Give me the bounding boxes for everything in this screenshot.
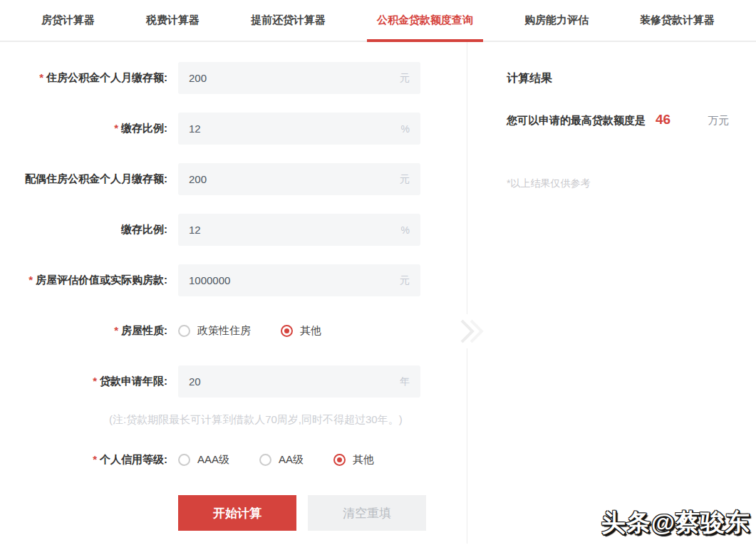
unit-wan-yuan: 万元	[708, 114, 729, 128]
result-title: 计算结果	[507, 71, 756, 86]
form-row-loan-years: *贷款申请年限: 年	[0, 365, 467, 398]
loan-years-input[interactable]	[178, 365, 420, 398]
tab-early-repayment-calculator[interactable]: 提前还贷计算器	[251, 0, 326, 41]
spouse-monthly-deposit-input-box: 元	[178, 163, 420, 195]
form-row-deposit-ratio: *缴存比例: %	[0, 113, 467, 145]
required-asterisk: *	[93, 453, 97, 465]
radio-unchecked-icon[interactable]	[259, 454, 271, 466]
unit-yuan: 元	[400, 173, 410, 186]
radio-checked-icon[interactable]	[333, 454, 346, 466]
deposit-ratio-input[interactable]	[178, 113, 420, 145]
loan-years-input-box: 年	[178, 365, 420, 398]
spouse-deposit-ratio-input[interactable]	[178, 214, 420, 246]
required-asterisk: *	[114, 122, 118, 134]
radio-unchecked-icon[interactable]	[178, 454, 190, 466]
required-asterisk: *	[93, 375, 97, 387]
calculator-tabbar: 房贷计算器 税费计算器 提前还贷计算器 公积金贷款额度查询 购房能力评估 装修贷…	[0, 0, 756, 42]
radio-option-aa[interactable]: AA级	[259, 453, 304, 467]
provident-fund-loan-calculator-page: 房贷计算器 税费计算器 提前还贷计算器 公积金贷款额度查询 购房能力评估 装修贷…	[0, 0, 756, 545]
tab-provident-fund-loan-query[interactable]: 公积金贷款额度查询	[377, 0, 473, 41]
result-label: 您可以申请的最高贷款额度是	[507, 114, 646, 128]
reset-button[interactable]: 清空重填	[308, 495, 426, 531]
tab-mortgage-calculator[interactable]: 房贷计算器	[41, 0, 95, 41]
required-asterisk: *	[39, 71, 43, 83]
spouse-deposit-ratio-input-box: %	[178, 214, 420, 246]
radio-option-other-credit[interactable]: 其他	[333, 453, 374, 467]
deposit-ratio-input-box: %	[178, 113, 420, 145]
tab-renovation-loan-calculator[interactable]: 装修贷款计算器	[640, 0, 715, 41]
tab-buying-ability-assessment[interactable]: 购房能力评估	[524, 0, 589, 41]
unit-percent: %	[401, 123, 410, 135]
tab-tax-calculator[interactable]: 税费计算器	[146, 0, 200, 41]
loan-years-label: *贷款申请年限:	[0, 375, 167, 388]
content-area: *住房公积金个人月缴存额: 元 *缴存比例: %	[0, 42, 756, 544]
loan-term-note: (注:贷款期限最长可计算到借款人70周岁,同时不得超过30年。)	[0, 413, 467, 427]
house-value-label: *房屋评估价值或实际购房款:	[0, 274, 167, 287]
double-chevron-right-icon	[459, 314, 486, 348]
form-actions: 开始计算 清空重填	[0, 495, 467, 531]
form-row-credit-rating: *个人信用等级: AAA级 AA级 其他	[0, 444, 467, 476]
result-disclaimer: *以上结果仅供参考	[507, 177, 756, 190]
unit-year: 年	[400, 375, 410, 388]
monthly-deposit-label: *住房公积金个人月缴存额:	[0, 71, 167, 85]
radio-option-other-housing[interactable]: 其他	[281, 324, 321, 338]
form-row-spouse-deposit-ratio: 缴存比例: %	[0, 214, 467, 246]
unit-percent: %	[401, 224, 410, 236]
house-type-label: *房屋性质:	[0, 324, 167, 338]
monthly-deposit-input[interactable]	[178, 62, 420, 94]
spouse-deposit-ratio-label: 缴存比例:	[0, 223, 167, 237]
radio-unchecked-icon[interactable]	[178, 325, 190, 337]
radio-option-policy-housing[interactable]: 政策性住房	[178, 324, 251, 338]
form-row-spouse-monthly-deposit: 配偶住房公积金个人月缴存额: 元	[0, 163, 467, 195]
radio-checked-icon[interactable]	[281, 325, 293, 337]
toutiao-author-watermark: 头条@蔡骏东	[601, 507, 750, 539]
result-panel: 计算结果 您可以申请的最高贷款额度是 46 万元 *以上结果仅供参考	[467, 42, 756, 544]
credit-rating-label: *个人信用等级:	[0, 453, 167, 467]
unit-yuan: 元	[400, 72, 410, 85]
unit-yuan: 元	[400, 274, 410, 287]
required-asterisk: *	[114, 324, 118, 336]
house-value-input[interactable]	[178, 264, 420, 296]
calculate-button[interactable]: 开始计算	[178, 495, 296, 531]
spouse-monthly-deposit-input[interactable]	[178, 163, 420, 195]
credit-rating-radio-group: AAA级 AA级 其他	[178, 453, 374, 467]
max-loan-amount-value: 46	[656, 112, 670, 128]
monthly-deposit-input-box: 元	[178, 62, 420, 94]
deposit-ratio-label: *缴存比例:	[0, 122, 167, 135]
form-row-house-value: *房屋评估价值或实际购房款: 元	[0, 264, 467, 296]
result-line: 您可以申请的最高贷款额度是 46 万元	[507, 112, 756, 128]
form-row-house-type: *房屋性质: 政策性住房 其他	[0, 315, 467, 347]
house-value-input-box: 元	[178, 264, 420, 296]
loan-form: *住房公积金个人月缴存额: 元 *缴存比例: %	[0, 42, 467, 544]
radio-option-aaa[interactable]: AAA级	[178, 453, 229, 467]
form-row-monthly-deposit: *住房公积金个人月缴存额: 元	[0, 62, 467, 94]
required-asterisk: *	[29, 274, 33, 286]
spouse-monthly-deposit-label: 配偶住房公积金个人月缴存额:	[0, 172, 167, 186]
house-type-radio-group: 政策性住房 其他	[178, 324, 321, 338]
